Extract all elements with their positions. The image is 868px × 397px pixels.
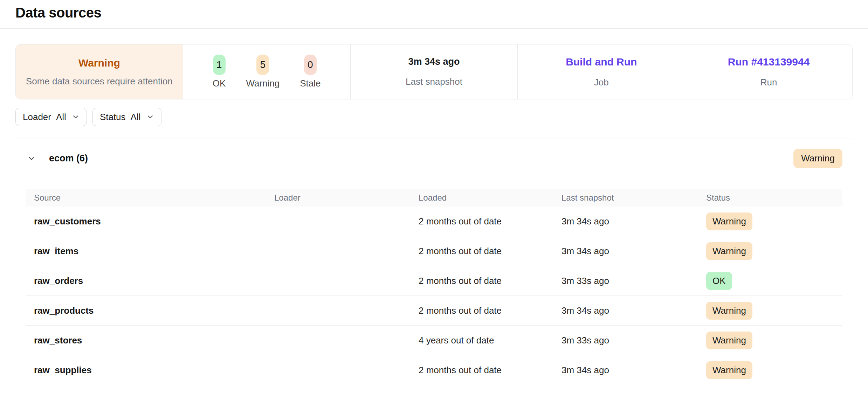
count-ok-value: 1 [213,55,226,75]
last-snapshot-cell: 3m 34s ago [562,216,706,227]
summary-status-card: Warning Some data sources require attent… [16,44,183,99]
status-cell: Warning [706,332,842,349]
status-cell: OK [706,272,842,290]
status-cell: Warning [706,361,842,379]
table-row[interactable]: raw_products 2 months out of date 3m 34s… [26,296,842,326]
col-header-source: Source [26,193,274,203]
summary-last-snapshot-card: 3m 34s ago Last snapshot [350,44,518,99]
count-warning-value: 5 [256,55,269,75]
loaded-cell: 2 months out of date [419,246,562,257]
status-badge: Warning [706,332,752,349]
loader-filter-label: Loader [23,112,51,123]
content: Warning Some data sources require attent… [0,44,868,385]
status-cell: Warning [706,213,842,230]
source-cell: raw_customers [26,216,274,227]
summary-job-card: Build and Run Job [517,44,685,99]
page-title: Data sources [15,5,853,21]
col-header-last-snapshot: Last snapshot [562,193,706,203]
group-name: ecom (6) [49,153,88,164]
status-badge: OK [706,272,732,290]
group-header[interactable]: ecom (6) Warning [26,148,842,168]
run-label: Run [760,77,777,88]
status-cell: Warning [706,242,842,260]
count-ok-label: OK [213,78,226,89]
run-link[interactable]: Run #413139944 [728,56,810,68]
status-counts: 1 OK 5 Warning 0 Stale [213,55,321,89]
col-header-loader: Loader [274,193,419,203]
last-snapshot-cell: 3m 34s ago [562,365,706,376]
last-snapshot-cell: 3m 33s ago [562,276,706,286]
job-link[interactable]: Build and Run [566,56,637,68]
loaded-cell: 2 months out of date [419,365,562,376]
status-cell: Warning [706,302,842,320]
source-cell: raw_orders [26,276,274,286]
col-header-loaded: Loaded [419,193,562,203]
table-row[interactable]: raw_items 2 months out of date 3m 34s ag… [26,236,842,266]
summary-status-subtitle: Some data sources require attention [26,76,173,87]
status-filter-label: Status [100,112,126,123]
source-cell: raw_products [26,305,274,316]
page-header: Data sources [0,0,868,29]
table-row[interactable]: raw_orders 2 months out of date 3m 33s a… [26,266,842,296]
summary-status-title: Warning [78,57,120,69]
status-badge: Warning [706,213,752,230]
summary-counts-card: 1 OK 5 Warning 0 Stale [183,44,350,99]
chevron-down-icon [72,113,80,121]
group-status-badge: Warning [793,149,842,168]
section-divider [15,139,853,139]
last-snapshot-value: 3m 34s ago [408,56,460,67]
last-snapshot-cell: 3m 34s ago [562,246,706,257]
loaded-cell: 2 months out of date [419,216,562,227]
summary-bar: Warning Some data sources require attent… [15,44,853,99]
count-warning-label: Warning [246,78,280,89]
status-filter-dropdown[interactable]: Status All [92,108,161,126]
table-row[interactable]: raw_supplies 2 months out of date 3m 34s… [26,355,842,385]
summary-run-card: Run #413139944 Run [685,44,852,99]
collapse-chevron-icon[interactable] [27,154,36,163]
count-stale-label: Stale [300,78,321,89]
last-snapshot-label: Last snapshot [406,76,462,87]
job-label: Job [594,77,609,88]
source-cell: raw_items [26,246,274,257]
last-snapshot-cell: 3m 33s ago [562,335,706,346]
loader-filter-dropdown[interactable]: Loader All [15,108,87,126]
group-ecom: ecom (6) Warning Source Loader Loaded La… [15,148,853,385]
filters-row: Loader All Status All [15,108,853,126]
count-warning: 5 Warning [246,55,280,89]
table-body: raw_customers 2 months out of date 3m 34… [26,207,842,385]
count-stale-value: 0 [304,55,317,75]
data-sources-table: Source Loader Loaded Last snapshot Statu… [26,189,842,385]
table-header-row: Source Loader Loaded Last snapshot Statu… [26,189,842,207]
last-snapshot-cell: 3m 34s ago [562,305,706,316]
loaded-cell: 2 months out of date [419,276,562,286]
col-header-status: Status [706,193,842,203]
source-cell: raw_stores [26,335,274,346]
status-badge: Warning [706,302,752,320]
chevron-down-icon [146,113,154,121]
source-cell: raw_supplies [26,365,274,376]
count-ok: 1 OK [213,55,226,89]
table-row[interactable]: raw_stores 4 years out of date 3m 33s ag… [26,326,842,355]
status-badge: Warning [706,242,752,260]
count-stale: 0 Stale [300,55,321,89]
status-badge: Warning [706,361,752,379]
loaded-cell: 4 years out of date [419,335,562,346]
status-filter-value: All [131,112,141,123]
loader-filter-value: All [56,112,66,123]
loaded-cell: 2 months out of date [419,305,562,316]
table-row[interactable]: raw_customers 2 months out of date 3m 34… [26,207,842,236]
